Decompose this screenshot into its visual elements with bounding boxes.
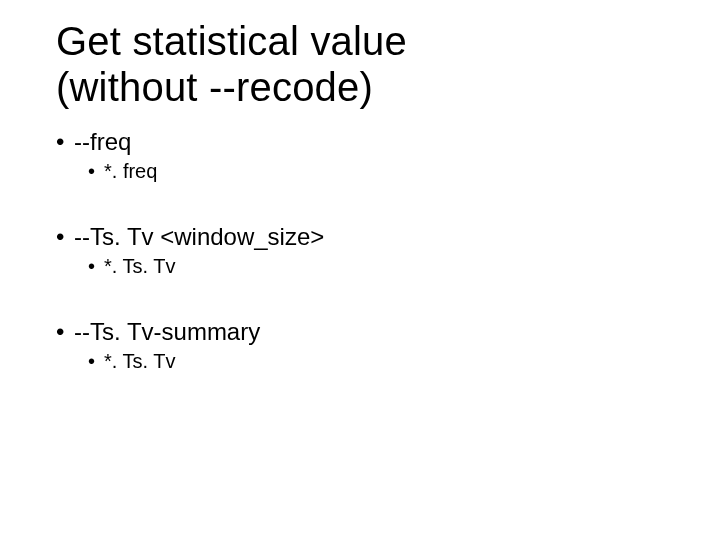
bullet-main: --freq bbox=[74, 128, 131, 155]
bullet-sub: *. Ts. Tv bbox=[104, 350, 176, 372]
list-item: *. Ts. Tv bbox=[88, 350, 680, 373]
sub-list: *. Ts. Tv bbox=[74, 255, 680, 278]
bullet-main: --Ts. Tv-summary bbox=[74, 318, 260, 345]
spacer bbox=[56, 284, 680, 318]
list-item: *. freq bbox=[88, 160, 680, 183]
bullet-list: --freq *. freq bbox=[56, 128, 680, 183]
list-item: --freq *. freq bbox=[56, 128, 680, 183]
spacer bbox=[56, 189, 680, 223]
list-item: *. Ts. Tv bbox=[88, 255, 680, 278]
title-line-1: Get statistical value bbox=[56, 19, 407, 63]
bullet-main: --Ts. Tv <window_size> bbox=[74, 223, 324, 250]
list-item: --Ts. Tv <window_size> *. Ts. Tv bbox=[56, 223, 680, 278]
bullet-sub: *. freq bbox=[104, 160, 157, 182]
slide: Get statistical value (without --recode)… bbox=[0, 0, 720, 540]
title-line-2: (without --recode) bbox=[56, 65, 373, 109]
sub-list: *. Ts. Tv bbox=[74, 350, 680, 373]
bullet-list: --Ts. Tv <window_size> *. Ts. Tv bbox=[56, 223, 680, 278]
bullet-list: --Ts. Tv-summary *. Ts. Tv bbox=[56, 318, 680, 373]
list-item: --Ts. Tv-summary *. Ts. Tv bbox=[56, 318, 680, 373]
page-title: Get statistical value (without --recode) bbox=[56, 18, 680, 110]
bullet-sub: *. Ts. Tv bbox=[104, 255, 176, 277]
sub-list: *. freq bbox=[74, 160, 680, 183]
